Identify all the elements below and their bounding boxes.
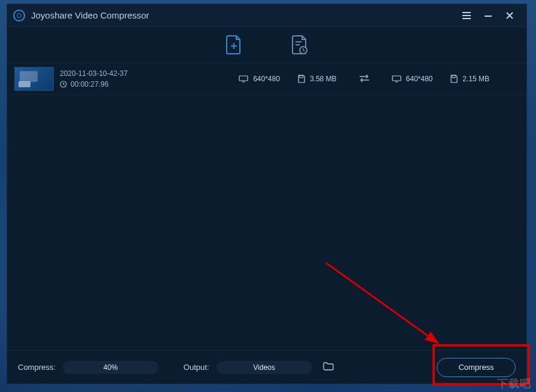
- compress-label: Compress:: [18, 363, 56, 372]
- file-meta: 2020-11-03-10-42-37 00:00:27.96: [60, 69, 156, 88]
- source-spec: 640*480 3.58 MB: [239, 75, 336, 83]
- compress-value-pill[interactable]: 40%: [63, 361, 159, 374]
- watermark: 下载吧: [497, 376, 531, 391]
- app-logo-icon: [13, 10, 25, 22]
- output-label: Output:: [184, 363, 209, 372]
- menu-button[interactable]: [456, 7, 477, 24]
- output-resolution: 640*480: [406, 75, 433, 83]
- source-resolution: 640*480: [253, 75, 280, 83]
- close-button[interactable]: [499, 7, 520, 24]
- file-name: 2020-11-03-10-42-37: [60, 69, 156, 78]
- bottom-bar: Compress: 40% Output: Videos Compress: [7, 350, 526, 384]
- output-path-pill[interactable]: Videos: [217, 361, 312, 374]
- minimize-button[interactable]: [477, 7, 499, 24]
- monitor-icon: [239, 75, 248, 82]
- convert-arrows-icon: [358, 74, 370, 84]
- disk-icon: [298, 75, 305, 83]
- monitor-icon: [392, 75, 401, 82]
- output-value: Videos: [253, 363, 275, 372]
- compress-button[interactable]: Compress: [437, 358, 516, 377]
- open-folder-button[interactable]: [323, 362, 334, 372]
- disk-icon: [450, 75, 458, 83]
- clock-icon: [60, 81, 67, 88]
- source-size: 3.58 MB: [310, 75, 337, 83]
- compress-value: 40%: [103, 363, 118, 372]
- app-window: Joyoshare Video Compressor: [7, 4, 527, 384]
- svg-rect-3: [239, 76, 248, 81]
- output-size: 2.15 MB: [462, 75, 489, 83]
- file-row[interactable]: 2020-11-03-10-42-37 00:00:27.96 640*480 …: [7, 63, 526, 95]
- history-button[interactable]: [290, 33, 310, 57]
- video-thumbnail: [14, 67, 54, 91]
- file-list: 2020-11-03-10-42-37 00:00:27.96 640*480 …: [7, 63, 526, 350]
- file-duration: 00:00:27.96: [71, 80, 108, 88]
- svg-rect-0: [485, 16, 492, 17]
- compress-button-label: Compress: [458, 363, 494, 372]
- toolbar: [7, 27, 526, 63]
- output-spec: 640*480 2.15 MB: [392, 75, 489, 83]
- titlebar: Joyoshare Video Compressor: [7, 4, 526, 27]
- add-file-button[interactable]: [224, 33, 244, 57]
- app-title: Joyoshare Video Compressor: [31, 10, 456, 20]
- svg-rect-5: [392, 76, 401, 81]
